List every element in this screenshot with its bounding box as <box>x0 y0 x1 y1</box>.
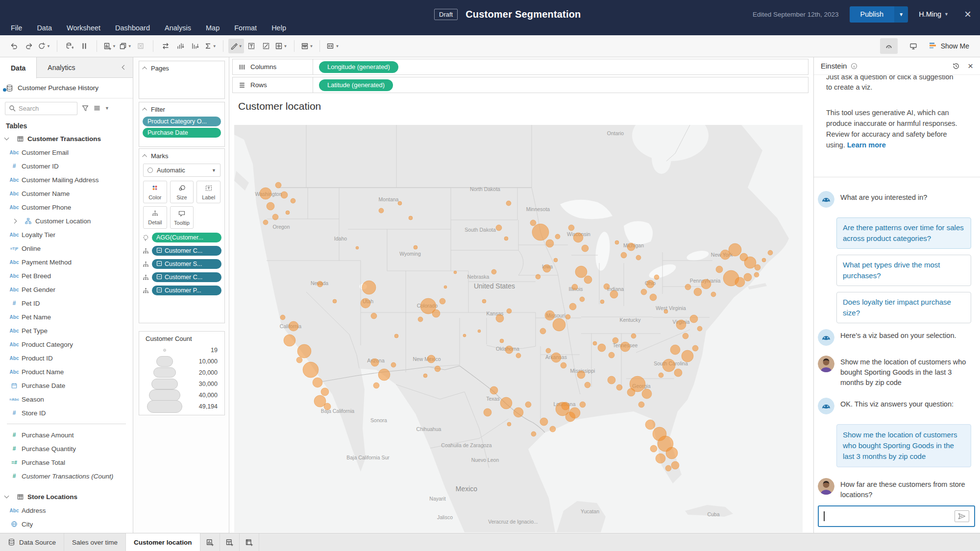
marks-tooltip-button[interactable]: Tooltip <box>170 206 194 229</box>
einstein-suggestion[interactable]: What pet types drive the most purchases? <box>836 255 971 286</box>
sort-ascending-icon[interactable] <box>173 39 188 53</box>
new-story-tab-icon[interactable] <box>240 533 259 551</box>
replay-icon[interactable]: ▼ <box>36 39 52 53</box>
history-icon[interactable] <box>952 62 960 70</box>
menu-help[interactable]: Help <box>271 24 286 32</box>
marks-pill[interactable]: Customer S... <box>152 259 221 269</box>
collapse-card-icon[interactable] <box>142 67 147 72</box>
field-row[interactable]: #Purchase Amount <box>0 428 133 442</box>
filter-pill[interactable]: Product Category O... <box>143 117 221 126</box>
field-row[interactable]: Customer Location <box>0 214 133 228</box>
marks-label-button[interactable]: Label <box>196 181 220 203</box>
search-input[interactable] <box>19 105 68 112</box>
close-icon[interactable]: × <box>964 8 971 20</box>
learn-more-link[interactable]: Learn more <box>847 141 886 149</box>
new-worksheet-icon[interactable]: ▼ <box>102 39 118 53</box>
new-worksheet-tab-icon[interactable] <box>200 533 220 551</box>
menu-worksheet[interactable]: Worksheet <box>67 24 100 32</box>
new-dashboard-tab-icon[interactable] <box>220 533 240 551</box>
marks-size-button[interactable]: Size <box>170 181 194 203</box>
field-row[interactable]: AbcProduct ID <box>0 351 133 365</box>
field-row[interactable]: =T|FOnline <box>0 241 133 255</box>
menu-data[interactable]: Data <box>37 24 52 32</box>
sheet-tab-sales-over-time[interactable]: Sales over time <box>64 533 126 551</box>
field-row[interactable]: AbcPet Breed <box>0 269 133 283</box>
sort-options-icon[interactable]: ▼ <box>105 106 109 111</box>
field-row[interactable]: #Customer ID <box>0 159 133 173</box>
totals-icon[interactable]: ▼ <box>202 39 218 53</box>
fit-icon[interactable]: ▼ <box>325 39 341 53</box>
fix-axes-icon[interactable] <box>259 39 273 53</box>
cell-size-icon[interactable]: ▼ <box>273 39 289 53</box>
columns-shelf[interactable]: Columns Longitude (generated) <box>232 59 808 75</box>
map-visualization[interactable]: WashingtonMontanaNorth DakotaMinnesotaOn… <box>234 125 803 532</box>
field-row[interactable]: #Pet ID <box>0 296 133 310</box>
table-row-store-locations[interactable]: Store Locations <box>0 490 133 503</box>
show-me-button[interactable]: Show Me <box>929 42 969 51</box>
sheet-tab-customer-location[interactable]: Customer location <box>126 533 200 551</box>
sheet-tab-data-source[interactable]: Data Source <box>0 533 64 551</box>
marks-color-button[interactable]: Color <box>143 181 167 203</box>
search-box[interactable] <box>5 102 77 115</box>
duplicate-icon[interactable]: ▼ <box>118 39 133 53</box>
field-row[interactable]: =#Purchase Total <box>0 455 133 469</box>
filter-fields-icon[interactable] <box>81 104 89 112</box>
filter-pill[interactable]: Purchase Date <box>143 128 221 138</box>
clear-sheet-icon[interactable] <box>133 39 148 53</box>
sort-descending-icon[interactable] <box>188 39 202 53</box>
field-row[interactable]: AbcCustomer Name <box>0 187 133 200</box>
view-options-icon[interactable] <box>93 104 101 112</box>
field-row[interactable]: #Store ID <box>0 406 133 420</box>
rows-pill[interactable]: Latitude (generated) <box>319 79 393 91</box>
menu-analysis[interactable]: Analysis <box>165 24 191 32</box>
field-row[interactable]: AbcCustomer Mailing Address <box>0 173 133 187</box>
pause-updates-icon[interactable] <box>77 39 92 53</box>
datasource-row[interactable]: Customer Purchase History <box>0 78 133 98</box>
collapse-card-icon[interactable] <box>142 108 147 113</box>
mark-type-dropdown[interactable]: Automatic ▼ <box>143 164 220 177</box>
field-row[interactable]: #Purchase Quantity <box>0 442 133 455</box>
field-row[interactable]: AbcCustomer Email <box>0 145 133 159</box>
field-row[interactable]: #Customer Transactions (Count) <box>0 469 133 483</box>
table-row-customer-transactions[interactable]: Customer Transactions <box>0 132 133 145</box>
tab-analytics[interactable]: Analytics <box>37 57 86 77</box>
collapse-card-icon[interactable] <box>142 154 147 159</box>
field-row[interactable]: AbcPet Type <box>0 324 133 337</box>
close-panel-icon[interactable]: × <box>968 61 973 72</box>
show-hide-cards-icon[interactable]: ▼ <box>299 39 315 53</box>
field-row[interactable]: AbcLoyalty Tier <box>0 228 133 241</box>
einstein-icon[interactable] <box>880 38 898 54</box>
redo-icon[interactable] <box>22 39 36 53</box>
einstein-suggestion[interactable]: Are there patterns over time for sales a… <box>836 217 971 249</box>
field-row[interactable]: City <box>0 517 133 531</box>
mark-labels-icon[interactable] <box>244 39 259 53</box>
marks-pill[interactable]: Customer C... <box>152 246 221 256</box>
menu-dashboard[interactable]: Dashboard <box>115 24 150 32</box>
marks-pill[interactable]: Customer C... <box>152 272 221 282</box>
marks-pill[interactable]: Customer P... <box>152 286 221 295</box>
marks-detail-button[interactable]: Detail <box>143 206 167 229</box>
field-row[interactable]: AbcProduct Name <box>0 365 133 379</box>
menu-map[interactable]: Map <box>206 24 220 32</box>
field-row[interactable]: AbcAddress <box>0 503 133 517</box>
user-menu[interactable]: H.Ming▼ <box>919 10 949 18</box>
send-icon[interactable] <box>955 510 969 522</box>
presentation-icon[interactable] <box>905 38 922 54</box>
new-data-source-icon[interactable] <box>62 39 77 53</box>
field-row[interactable]: AbcPet Gender <box>0 283 133 296</box>
publish-dropdown-icon[interactable]: ▼ <box>894 6 908 23</box>
highlight-icon[interactable]: ▼ <box>228 39 244 53</box>
swap-axes-icon[interactable] <box>158 39 173 53</box>
menu-format[interactable]: Format <box>234 24 257 32</box>
field-row[interactable]: Purchase Date <box>0 379 133 392</box>
menu-file[interactable]: File <box>11 24 22 32</box>
rows-shelf[interactable]: Rows Latitude (generated) <box>232 77 808 93</box>
einstein-suggestion[interactable]: Does loyalty tier impact purchase size? <box>836 292 971 323</box>
publish-label[interactable]: Publish <box>850 6 895 23</box>
field-row[interactable]: AbcPayment Method <box>0 255 133 269</box>
info-icon[interactable] <box>851 63 858 70</box>
field-row[interactable]: AbcPet Name <box>0 310 133 324</box>
publish-button[interactable]: Publish ▼ <box>850 6 908 23</box>
field-row[interactable]: AbcCustomer Phone <box>0 200 133 214</box>
collapse-panel-icon[interactable] <box>122 57 133 77</box>
